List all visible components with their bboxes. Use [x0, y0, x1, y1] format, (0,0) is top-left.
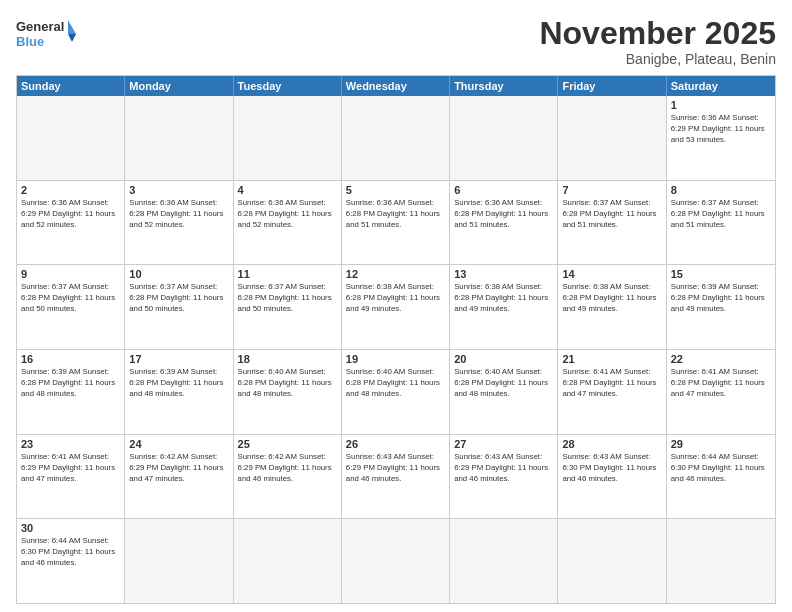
- header-monday: Monday: [125, 76, 233, 96]
- day-number: 20: [454, 353, 553, 365]
- day-number: 22: [671, 353, 771, 365]
- header-tuesday: Tuesday: [234, 76, 342, 96]
- day-number: 5: [346, 184, 445, 196]
- svg-marker-3: [68, 34, 76, 42]
- day-info: Sunrise: 6:41 AM Sunset: 6:28 PM Dayligh…: [562, 367, 661, 400]
- day-number: 15: [671, 268, 771, 280]
- day-cell: 23Sunrise: 6:41 AM Sunset: 6:29 PM Dayli…: [17, 435, 125, 519]
- day-info: Sunrise: 6:36 AM Sunset: 6:28 PM Dayligh…: [238, 198, 337, 231]
- svg-text:General: General: [16, 19, 64, 34]
- day-number: 25: [238, 438, 337, 450]
- day-info: Sunrise: 6:44 AM Sunset: 6:30 PM Dayligh…: [21, 536, 120, 569]
- day-info: Sunrise: 6:43 AM Sunset: 6:30 PM Dayligh…: [562, 452, 661, 485]
- week-row-3: 9Sunrise: 6:37 AM Sunset: 6:28 PM Daylig…: [17, 265, 775, 350]
- day-cell: [342, 96, 450, 180]
- logo: General Blue: [16, 16, 76, 52]
- day-number: 28: [562, 438, 661, 450]
- day-info: Sunrise: 6:41 AM Sunset: 6:28 PM Dayligh…: [671, 367, 771, 400]
- month-title: November 2025: [539, 16, 776, 51]
- subtitle: Banigbe, Plateau, Benin: [539, 51, 776, 67]
- day-number: 17: [129, 353, 228, 365]
- day-cell: 29Sunrise: 6:44 AM Sunset: 6:30 PM Dayli…: [667, 435, 775, 519]
- day-cell: [17, 96, 125, 180]
- week-row-4: 16Sunrise: 6:39 AM Sunset: 6:28 PM Dayli…: [17, 350, 775, 435]
- day-cell: 13Sunrise: 6:38 AM Sunset: 6:28 PM Dayli…: [450, 265, 558, 349]
- day-cell: [450, 519, 558, 603]
- day-cell: 1Sunrise: 6:36 AM Sunset: 6:29 PM Daylig…: [667, 96, 775, 180]
- day-number: 11: [238, 268, 337, 280]
- day-cell: 14Sunrise: 6:38 AM Sunset: 6:28 PM Dayli…: [558, 265, 666, 349]
- day-cell: 10Sunrise: 6:37 AM Sunset: 6:28 PM Dayli…: [125, 265, 233, 349]
- logo-svg: General Blue: [16, 16, 76, 52]
- day-info: Sunrise: 6:37 AM Sunset: 6:28 PM Dayligh…: [129, 282, 228, 315]
- day-number: 14: [562, 268, 661, 280]
- day-number: 13: [454, 268, 553, 280]
- day-cell: 4Sunrise: 6:36 AM Sunset: 6:28 PM Daylig…: [234, 181, 342, 265]
- calendar-body: 1Sunrise: 6:36 AM Sunset: 6:29 PM Daylig…: [17, 96, 775, 603]
- day-info: Sunrise: 6:42 AM Sunset: 6:29 PM Dayligh…: [238, 452, 337, 485]
- header-thursday: Thursday: [450, 76, 558, 96]
- day-info: Sunrise: 6:38 AM Sunset: 6:28 PM Dayligh…: [562, 282, 661, 315]
- day-info: Sunrise: 6:43 AM Sunset: 6:29 PM Dayligh…: [454, 452, 553, 485]
- day-cell: 21Sunrise: 6:41 AM Sunset: 6:28 PM Dayli…: [558, 350, 666, 434]
- day-info: Sunrise: 6:44 AM Sunset: 6:30 PM Dayligh…: [671, 452, 771, 485]
- day-info: Sunrise: 6:41 AM Sunset: 6:29 PM Dayligh…: [21, 452, 120, 485]
- day-number: 30: [21, 522, 120, 534]
- day-number: 29: [671, 438, 771, 450]
- day-cell: [450, 96, 558, 180]
- day-cell: 2Sunrise: 6:36 AM Sunset: 6:29 PM Daylig…: [17, 181, 125, 265]
- day-number: 27: [454, 438, 553, 450]
- day-info: Sunrise: 6:38 AM Sunset: 6:28 PM Dayligh…: [346, 282, 445, 315]
- day-cell: 16Sunrise: 6:39 AM Sunset: 6:28 PM Dayli…: [17, 350, 125, 434]
- week-row-2: 2Sunrise: 6:36 AM Sunset: 6:29 PM Daylig…: [17, 181, 775, 266]
- day-cell: 25Sunrise: 6:42 AM Sunset: 6:29 PM Dayli…: [234, 435, 342, 519]
- day-cell: [667, 519, 775, 603]
- day-info: Sunrise: 6:36 AM Sunset: 6:28 PM Dayligh…: [454, 198, 553, 231]
- day-cell: 8Sunrise: 6:37 AM Sunset: 6:28 PM Daylig…: [667, 181, 775, 265]
- day-cell: 24Sunrise: 6:42 AM Sunset: 6:29 PM Dayli…: [125, 435, 233, 519]
- day-cell: [558, 96, 666, 180]
- day-info: Sunrise: 6:39 AM Sunset: 6:28 PM Dayligh…: [671, 282, 771, 315]
- week-row-5: 23Sunrise: 6:41 AM Sunset: 6:29 PM Dayli…: [17, 435, 775, 520]
- header-sunday: Sunday: [17, 76, 125, 96]
- day-number: 24: [129, 438, 228, 450]
- day-cell: [125, 519, 233, 603]
- calendar: Sunday Monday Tuesday Wednesday Thursday…: [16, 75, 776, 604]
- day-number: 9: [21, 268, 120, 280]
- day-info: Sunrise: 6:36 AM Sunset: 6:29 PM Dayligh…: [671, 113, 771, 146]
- day-number: 18: [238, 353, 337, 365]
- week-row-6: 30Sunrise: 6:44 AM Sunset: 6:30 PM Dayli…: [17, 519, 775, 603]
- day-info: Sunrise: 6:40 AM Sunset: 6:28 PM Dayligh…: [346, 367, 445, 400]
- day-info: Sunrise: 6:40 AM Sunset: 6:28 PM Dayligh…: [454, 367, 553, 400]
- day-number: 6: [454, 184, 553, 196]
- day-info: Sunrise: 6:39 AM Sunset: 6:28 PM Dayligh…: [129, 367, 228, 400]
- day-info: Sunrise: 6:37 AM Sunset: 6:28 PM Dayligh…: [562, 198, 661, 231]
- day-number: 19: [346, 353, 445, 365]
- day-number: 23: [21, 438, 120, 450]
- day-cell: [234, 519, 342, 603]
- title-block: November 2025 Banigbe, Plateau, Benin: [539, 16, 776, 67]
- day-cell: 11Sunrise: 6:37 AM Sunset: 6:28 PM Dayli…: [234, 265, 342, 349]
- day-headers: Sunday Monday Tuesday Wednesday Thursday…: [17, 76, 775, 96]
- day-info: Sunrise: 6:42 AM Sunset: 6:29 PM Dayligh…: [129, 452, 228, 485]
- day-info: Sunrise: 6:36 AM Sunset: 6:28 PM Dayligh…: [129, 198, 228, 231]
- day-info: Sunrise: 6:37 AM Sunset: 6:28 PM Dayligh…: [21, 282, 120, 315]
- day-cell: 5Sunrise: 6:36 AM Sunset: 6:28 PM Daylig…: [342, 181, 450, 265]
- header-friday: Friday: [558, 76, 666, 96]
- day-info: Sunrise: 6:43 AM Sunset: 6:29 PM Dayligh…: [346, 452, 445, 485]
- header-wednesday: Wednesday: [342, 76, 450, 96]
- svg-marker-2: [68, 20, 76, 34]
- day-info: Sunrise: 6:37 AM Sunset: 6:28 PM Dayligh…: [238, 282, 337, 315]
- day-cell: 12Sunrise: 6:38 AM Sunset: 6:28 PM Dayli…: [342, 265, 450, 349]
- day-info: Sunrise: 6:37 AM Sunset: 6:28 PM Dayligh…: [671, 198, 771, 231]
- day-cell: 7Sunrise: 6:37 AM Sunset: 6:28 PM Daylig…: [558, 181, 666, 265]
- day-info: Sunrise: 6:40 AM Sunset: 6:28 PM Dayligh…: [238, 367, 337, 400]
- day-cell: 9Sunrise: 6:37 AM Sunset: 6:28 PM Daylig…: [17, 265, 125, 349]
- day-number: 10: [129, 268, 228, 280]
- day-number: 26: [346, 438, 445, 450]
- day-cell: [342, 519, 450, 603]
- day-number: 7: [562, 184, 661, 196]
- day-number: 8: [671, 184, 771, 196]
- day-number: 3: [129, 184, 228, 196]
- day-cell: [558, 519, 666, 603]
